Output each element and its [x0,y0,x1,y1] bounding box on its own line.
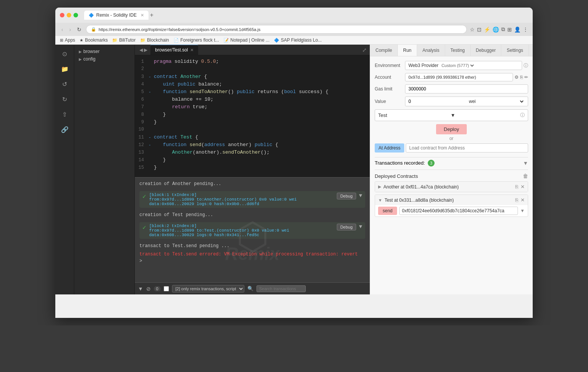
value-unit-select[interactable]: wei gwei ether [468,98,525,104]
sidebar-publish-icon[interactable]: ⇧ [59,108,71,120]
back-button[interactable]: ‹ [60,26,65,33]
tx-expand-icon-2[interactable]: ▼ [359,224,362,230]
filter-select[interactable]: [2] only remix transactions, script [172,285,244,293]
browser-tab[interactable]: 🔷 Remix - Solidity IDE ✕ [84,11,149,20]
tx-data-2: data:0x608...30029 logs:0 hash:0x341...f… [149,233,334,237]
editor-nav-arrows[interactable]: ◀ ▶ [138,45,149,55]
sidebar-link-icon[interactable]: 🔗 [59,123,71,135]
tx-from-1: from:0x97d...1d899 to:Another.(construct… [149,197,334,202]
tab-run[interactable]: Run [398,45,417,56]
console-clear-icon[interactable]: ⊘ [146,286,151,292]
reload-button[interactable]: ↻ [75,26,83,33]
at-address-button[interactable]: At Address [375,143,404,153]
bookmark-notepad[interactable]: 📝 Notepad | Online ... [224,37,269,43]
debug-button-1[interactable]: Debug [337,193,356,199]
close-button[interactable] [60,13,64,17]
gas-limit-input[interactable] [408,86,525,92]
extra-icon-1[interactable]: ⧉ [501,26,505,33]
account-select-icon[interactable]: ⚙ [514,75,519,80]
editor-expand-icon[interactable]: ⤢ [362,47,367,53]
forward-button[interactable]: › [68,26,73,33]
code-line-7: 7 return true; [135,104,370,111]
address-load-input[interactable] [406,143,528,153]
contract-test-delete-icon[interactable]: ✕ [521,197,525,203]
deploy-button[interactable]: Deploy [436,124,466,134]
contract-another-arrow[interactable]: ▶ [378,184,381,189]
remix-icon[interactable]: ⚡ [484,26,490,33]
code-line-8: 8 } [135,111,370,119]
line-number-6: 6 [135,97,149,102]
sidebar-home-icon[interactable]: ⊙ [59,48,71,60]
extra-icon-2[interactable]: ⊞ [507,26,512,33]
editor-tab-test-sol[interactable]: browser/Test.sol ✕ [150,45,198,55]
tab-analysis[interactable]: Analysis [417,45,445,56]
code-line-5: 5 - function sendToAnother() public retu… [135,89,370,96]
contract-selector[interactable]: Test ▼ ⓘ [375,109,528,121]
new-tab-button[interactable]: + [150,12,153,19]
line-content-6: balance += 10; [154,97,213,102]
environment-label: Environment [375,63,405,68]
user-avatar[interactable]: 👤 [514,26,521,33]
chevron-right-icon-2: ▶ [79,57,82,61]
tab-testing[interactable]: Testing [445,45,471,56]
bookmark-bilitutor[interactable]: 📁 BiliTutor [112,37,136,43]
bookmark-star-icon[interactable]: ☆ [470,26,475,33]
transactions-title: Transactions recorded: 3 [375,160,435,167]
contract-info-icon[interactable]: ⓘ [520,112,525,118]
tx-data-1: data:0x608...20029 logs:0 hash:0x9b0...d… [149,202,334,206]
contract-another-actions: ⎘ ✕ [515,184,525,190]
maximize-button[interactable] [74,13,78,17]
code-editor[interactable]: 1 pragma solidity 0.5.0; 2 3 - [135,55,370,177]
console-tx-detail-1: ✓ [block:1 txIndex:0] from:0x97d...1d899… [139,191,365,208]
url-bar[interactable]: 🔒 https://remix.ethereum.org/#optimize=f… [86,25,467,34]
account-row: Account 0x97d...1d899 (99.999386178 ethe… [375,73,528,81]
editor-tab-close-icon[interactable]: ✕ [190,48,194,53]
contract-test-copy-icon[interactable]: ⎘ [515,197,518,203]
value-field[interactable]: wei gwei ether [405,97,528,106]
bookmark-apps[interactable]: ⊞ Apps [60,37,75,43]
console-down-icon[interactable]: ▼ [138,286,143,292]
environment-custom-select[interactable]: Custom (5777) [440,63,475,68]
debug-button-2[interactable]: Debug [337,224,356,230]
tab-settings[interactable]: Settings [501,45,529,56]
line-content-3: contract Another { [154,74,207,79]
bookmark-bookmarks[interactable]: ★ Bookmarks [80,37,108,43]
tab-close-icon[interactable]: ✕ [141,13,144,18]
sidebar-files-icon[interactable]: 📁 [59,63,71,75]
console-content: creation of Another pending... ✓ [block:… [135,177,370,280]
console-msg-2: creation of Test pending... [139,212,365,218]
tab-support[interactable]: Support [529,45,533,56]
filter-checkbox[interactable] [164,286,169,291]
environment-info-icon[interactable]: ⓘ [524,62,528,69]
bookmark-sap[interactable]: 🔷 SAP Fieldglass Lo... [274,37,322,43]
address-bar: ‹ › ↻ 🔒 https://remix.ethereum.org/#opti… [55,23,533,36]
contract-another-copy-icon[interactable]: ⎘ [515,184,518,190]
function-send-button[interactable]: send [378,207,397,215]
contract-test-arrow[interactable]: ▼ [378,198,382,202]
extensions-icon[interactable]: ⊡ [477,26,482,33]
contract-another-delete-icon[interactable]: ✕ [521,184,525,190]
explorer-item-config[interactable]: ▶ config [74,55,134,63]
bookmark-blockchain[interactable]: 📁 Blockchain [140,37,169,43]
tab-compile[interactable]: Compile [370,45,398,56]
chrome-icon[interactable]: 🌐 [493,26,499,33]
sidebar-redo-icon[interactable]: ↻ [59,93,71,105]
account-edit-icon[interactable]: ✏ [524,75,528,80]
tab-debugger[interactable]: Debugger [471,45,502,56]
sidebar-undo-icon[interactable]: ↺ [59,78,71,90]
function-expand-icon[interactable]: ▼ [520,208,525,213]
contract-test-name: Test at 0x331...a8d8a (blockchain) [385,198,515,203]
value-input[interactable] [408,99,466,104]
search-transactions-input[interactable] [256,285,306,292]
gas-limit-field[interactable] [405,84,528,93]
line-number-14: 14 [135,157,149,163]
tx-expand-icon-1[interactable]: ▼ [359,193,362,199]
bookmark-foreigners[interactable]: 📄 Foreigners flock t... [174,37,219,43]
transactions-toggle-icon[interactable]: ▼ [523,160,528,166]
explorer-item-browser[interactable]: ▶ browser [74,48,134,55]
function-send-input[interactable] [399,207,518,215]
minimize-button[interactable] [67,13,71,17]
menu-icon[interactable]: ⋮ [523,26,528,33]
account-copy-icon[interactable]: ⎘ [520,75,523,80]
deployed-delete-icon[interactable]: 🗑 [523,173,528,179]
